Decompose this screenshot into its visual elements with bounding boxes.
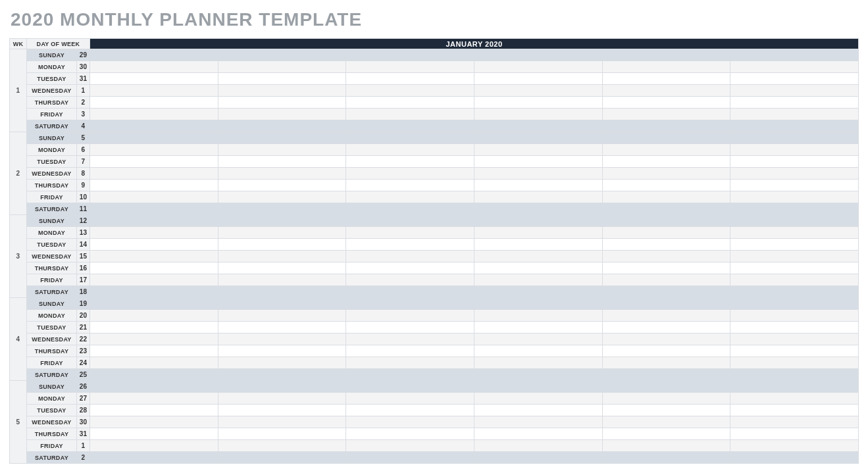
planner-slot[interactable]: [218, 322, 346, 334]
planner-slot[interactable]: [90, 61, 218, 73]
planner-slot[interactable]: [218, 298, 346, 310]
planner-slot[interactable]: [218, 369, 346, 381]
planner-slot[interactable]: [346, 393, 474, 405]
planner-slot[interactable]: [218, 191, 346, 203]
planner-slot[interactable]: [474, 393, 602, 405]
planner-slot[interactable]: [346, 251, 474, 262]
planner-slot[interactable]: [218, 334, 346, 345]
planner-slot[interactable]: [90, 227, 218, 239]
planner-slot[interactable]: [346, 286, 474, 298]
planner-slot[interactable]: [730, 334, 859, 345]
planner-slot[interactable]: [730, 156, 859, 168]
planner-slot[interactable]: [90, 180, 218, 191]
planner-slot[interactable]: [730, 49, 859, 61]
planner-slot[interactable]: [474, 369, 602, 381]
planner-slot[interactable]: [90, 109, 218, 120]
planner-slot[interactable]: [346, 262, 474, 274]
planner-slot[interactable]: [346, 357, 474, 369]
planner-slot[interactable]: [474, 428, 602, 440]
planner-slot[interactable]: [730, 191, 859, 203]
planner-slot[interactable]: [602, 251, 730, 262]
planner-slot[interactable]: [730, 416, 859, 428]
planner-slot[interactable]: [730, 381, 859, 393]
planner-slot[interactable]: [90, 310, 218, 322]
planner-slot[interactable]: [474, 334, 602, 345]
planner-slot[interactable]: [346, 156, 474, 168]
planner-slot[interactable]: [218, 144, 346, 156]
planner-slot[interactable]: [730, 203, 859, 215]
planner-slot[interactable]: [730, 97, 859, 109]
planner-slot[interactable]: [730, 132, 859, 144]
planner-slot[interactable]: [474, 286, 602, 298]
planner-slot[interactable]: [90, 132, 218, 144]
planner-slot[interactable]: [602, 345, 730, 357]
planner-slot[interactable]: [90, 357, 218, 369]
planner-slot[interactable]: [346, 168, 474, 180]
planner-slot[interactable]: [346, 298, 474, 310]
planner-slot[interactable]: [602, 85, 730, 97]
planner-slot[interactable]: [474, 322, 602, 334]
planner-slot[interactable]: [218, 85, 346, 97]
planner-slot[interactable]: [474, 132, 602, 144]
planner-slot[interactable]: [218, 168, 346, 180]
planner-slot[interactable]: [474, 97, 602, 109]
planner-slot[interactable]: [346, 97, 474, 109]
planner-slot[interactable]: [346, 440, 474, 452]
planner-slot[interactable]: [602, 357, 730, 369]
planner-slot[interactable]: [474, 405, 602, 416]
planner-slot[interactable]: [602, 274, 730, 286]
planner-slot[interactable]: [346, 381, 474, 393]
planner-slot[interactable]: [602, 49, 730, 61]
planner-slot[interactable]: [90, 381, 218, 393]
planner-slot[interactable]: [346, 239, 474, 251]
planner-slot[interactable]: [730, 310, 859, 322]
planner-slot[interactable]: [90, 452, 218, 464]
planner-slot[interactable]: [602, 180, 730, 191]
planner-slot[interactable]: [602, 239, 730, 251]
planner-slot[interactable]: [90, 262, 218, 274]
planner-slot[interactable]: [90, 239, 218, 251]
planner-slot[interactable]: [730, 73, 859, 85]
planner-slot[interactable]: [730, 286, 859, 298]
planner-slot[interactable]: [602, 144, 730, 156]
planner-slot[interactable]: [218, 381, 346, 393]
planner-slot[interactable]: [474, 239, 602, 251]
planner-slot[interactable]: [602, 416, 730, 428]
planner-slot[interactable]: [730, 405, 859, 416]
planner-slot[interactable]: [90, 85, 218, 97]
planner-slot[interactable]: [730, 144, 859, 156]
planner-slot[interactable]: [346, 61, 474, 73]
planner-slot[interactable]: [474, 144, 602, 156]
planner-slot[interactable]: [90, 428, 218, 440]
planner-slot[interactable]: [346, 310, 474, 322]
planner-slot[interactable]: [602, 322, 730, 334]
planner-slot[interactable]: [346, 203, 474, 215]
planner-slot[interactable]: [730, 262, 859, 274]
planner-slot[interactable]: [90, 369, 218, 381]
planner-slot[interactable]: [602, 168, 730, 180]
planner-slot[interactable]: [218, 428, 346, 440]
planner-slot[interactable]: [218, 251, 346, 262]
planner-slot[interactable]: [602, 156, 730, 168]
planner-slot[interactable]: [602, 109, 730, 120]
planner-slot[interactable]: [474, 440, 602, 452]
planner-slot[interactable]: [474, 227, 602, 239]
planner-slot[interactable]: [730, 251, 859, 262]
planner-slot[interactable]: [730, 120, 859, 132]
planner-slot[interactable]: [730, 215, 859, 227]
planner-slot[interactable]: [90, 393, 218, 405]
planner-slot[interactable]: [474, 49, 602, 61]
planner-slot[interactable]: [218, 405, 346, 416]
planner-slot[interactable]: [90, 440, 218, 452]
planner-slot[interactable]: [90, 416, 218, 428]
planner-slot[interactable]: [474, 310, 602, 322]
planner-slot[interactable]: [602, 215, 730, 227]
planner-slot[interactable]: [730, 369, 859, 381]
planner-slot[interactable]: [602, 61, 730, 73]
planner-slot[interactable]: [218, 97, 346, 109]
planner-slot[interactable]: [602, 73, 730, 85]
planner-slot[interactable]: [218, 274, 346, 286]
planner-slot[interactable]: [218, 180, 346, 191]
planner-slot[interactable]: [730, 180, 859, 191]
planner-slot[interactable]: [602, 191, 730, 203]
